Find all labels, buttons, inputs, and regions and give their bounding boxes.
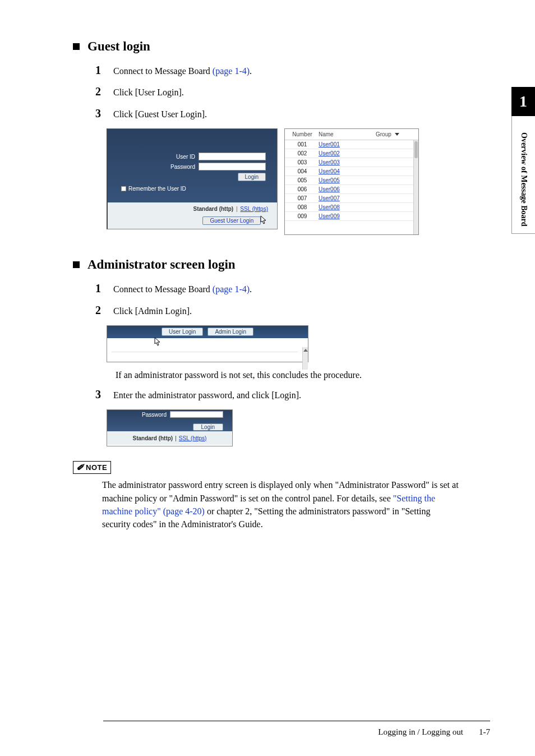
checkbox-icon[interactable] [121, 186, 126, 191]
section-title: Administrator screen login [87, 257, 236, 272]
step-text: Connect to Message Board (page 1-4). [113, 283, 496, 296]
col-group[interactable]: Group [376, 131, 415, 137]
section-heading: Administrator screen login [73, 257, 496, 272]
cell-name-link[interactable]: User004 [316, 168, 376, 174]
cell-group [376, 204, 415, 210]
password-input[interactable] [199, 163, 266, 170]
standard-http-label: Standard (http) [133, 435, 173, 441]
login-footer: Standard (http) | SSL (https) Guest User… [108, 202, 277, 229]
cell-number: 002 [288, 150, 316, 156]
cell-name-link[interactable]: User002 [316, 150, 376, 156]
square-bullet-icon [73, 261, 80, 268]
ssl-https-link[interactable]: SSL (https) [240, 206, 268, 212]
guest-user-login-button[interactable]: Guest User Login [202, 216, 261, 225]
cell-number: 001 [288, 141, 316, 147]
cell-name-link[interactable]: User003 [316, 159, 376, 165]
step-2: 2 Click [Admin Login]. [95, 304, 496, 317]
step-3: 3 Enter the administrator password, and … [95, 388, 496, 402]
divider [112, 352, 298, 368]
cell-group [376, 213, 415, 219]
step-number: 2 [95, 85, 104, 98]
footer: Logging in / Logging out 1-7 [378, 727, 490, 737]
admin-login-tab[interactable]: Admin Login [207, 328, 253, 336]
step-text: Enter the administrator password, and cl… [113, 389, 496, 402]
step-number: 3 [95, 388, 104, 401]
cell-name-link[interactable]: User009 [316, 213, 376, 219]
table-header: Number Name Group [285, 129, 418, 140]
step-text: Connect to Message Board (page 1-4). [113, 65, 496, 77]
cell-name-link[interactable]: User001 [316, 141, 376, 147]
tab-bar-figure: User Login Admin Login [107, 325, 308, 362]
scrollbar[interactable] [413, 140, 418, 234]
admin-password-figure: Password Login Standard (http) | SSL (ht… [107, 409, 233, 446]
table-row: 006User006 [285, 185, 418, 194]
cell-group [376, 168, 415, 174]
step-1: 1 Connect to Message Board (page 1-4). [95, 282, 496, 296]
figure-row: User ID Password Login Remember the User… [107, 128, 496, 235]
cursor-icon [153, 337, 162, 347]
admin-login-button[interactable]: Login [193, 423, 223, 431]
col-number[interactable]: Number [288, 131, 316, 137]
cell-number: 007 [288, 195, 316, 201]
footer-page: 1-7 [479, 727, 490, 737]
steps: 3 Enter the administrator password, and … [73, 388, 496, 402]
cell-group [376, 159, 415, 165]
note-box: ✐ NOTE [73, 461, 111, 474]
cell-name-link[interactable]: User007 [316, 195, 376, 201]
follow-text: If an administrator password is not set,… [116, 370, 496, 380]
note-icon: ✐ [76, 462, 84, 473]
section-title: Guest login [87, 39, 150, 54]
text: . [250, 66, 252, 76]
table-row: 008User008 [285, 203, 418, 212]
user-id-input[interactable] [199, 153, 266, 160]
remember-label: Remember the User ID [128, 186, 186, 192]
step-text: Click [Admin Login]. [113, 305, 496, 317]
footer-rule [103, 721, 490, 721]
step-2: 2 Click [User Login]. [95, 85, 496, 99]
cell-number: 004 [288, 168, 316, 174]
login-button[interactable]: Login [238, 173, 266, 181]
step-number: 2 [95, 304, 104, 317]
scroll-up-icon[interactable] [303, 349, 308, 352]
step-text: Click [User Login]. [113, 86, 496, 99]
table-row: 007User007 [285, 194, 418, 203]
step-number: 3 [95, 107, 104, 120]
text: Connect to Message Board [113, 284, 213, 294]
col-name[interactable]: Name [316, 131, 376, 137]
page-ref-link[interactable]: (page 1-4) [213, 66, 250, 76]
dropdown-icon[interactable] [395, 133, 399, 136]
cell-name-link[interactable]: User005 [316, 177, 376, 183]
cell-number: 009 [288, 213, 316, 219]
cell-number: 005 [288, 177, 316, 183]
step-number: 1 [95, 282, 104, 295]
cell-number: 006 [288, 186, 316, 192]
table-body: 001User001002User002003User003004User004… [285, 140, 418, 221]
cell-name-link[interactable]: User008 [316, 204, 376, 210]
ssl-https-link[interactable]: SSL (https) [179, 435, 207, 441]
cell-group [376, 141, 415, 147]
cell-group [376, 195, 415, 201]
steps: 1 Connect to Message Board (page 1-4). 2… [73, 64, 496, 121]
table-row: 001User001 [285, 140, 418, 149]
square-bullet-icon [73, 43, 80, 50]
separator: | [175, 435, 177, 441]
scrollbar-thumb[interactable] [414, 141, 418, 158]
user-login-tab[interactable]: User Login [162, 328, 203, 336]
cell-name-link[interactable]: User006 [316, 186, 376, 192]
login-form-figure: User ID Password Login Remember the User… [107, 128, 278, 229]
chapter-number: 1 [511, 87, 535, 116]
table-row: 005User005 [285, 176, 418, 185]
step-text: Click [Guest User Login]. [113, 108, 496, 121]
guest-login-section: Guest login 1 Connect to Message Board (… [73, 39, 496, 235]
page-ref-link[interactable]: (page 1-4) [213, 284, 250, 294]
step-3: 3 Click [Guest User Login]. [95, 107, 496, 121]
scrollbar[interactable] [302, 347, 308, 370]
password-label: Password [142, 412, 167, 418]
text: Connect to Message Board [113, 66, 213, 76]
password-label: Password [170, 164, 195, 170]
admin-password-input[interactable] [170, 411, 223, 418]
table-row: 009User009 [285, 212, 418, 221]
note-label: NOTE [86, 463, 107, 472]
remember-checkbox-row[interactable]: Remember the User ID [121, 186, 277, 192]
step-1: 1 Connect to Message Board (page 1-4). [95, 64, 496, 77]
